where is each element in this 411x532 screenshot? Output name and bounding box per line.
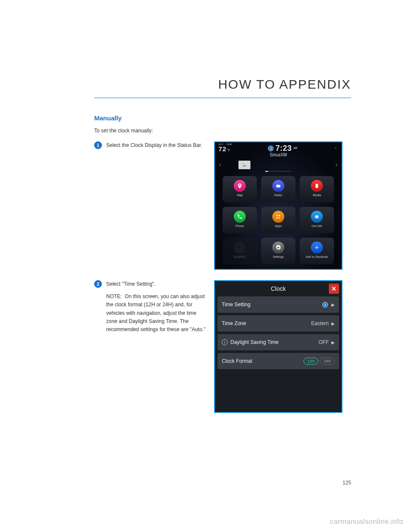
app-car-info-label: Car Info — [312, 224, 322, 228]
settings-list: Time Setting 2 ▶ Time Zone Eastern ▶ i D… — [215, 296, 342, 372]
app-radio[interactable]: Radio — [261, 176, 295, 203]
step-1-text: Select the Clock Display in the Status B… — [106, 141, 202, 270]
app-subaru-label: SUBARU — [233, 255, 246, 259]
watermark: carmanualsonline.info — [330, 517, 403, 526]
app-phone-label: Phone — [235, 224, 244, 228]
info-icon[interactable]: i — [222, 339, 228, 345]
step-2-text: Select "Time Setting". NOTE: On this scr… — [106, 280, 206, 413]
row-clock-format-label: Clock Format — [222, 358, 304, 364]
clock-time: 7:23 — [275, 144, 292, 153]
temp-unit: °F — [226, 149, 230, 152]
callout-2: 2 — [322, 302, 328, 308]
section-title: Manually — [94, 114, 351, 122]
app-radio-label: Radio — [274, 194, 282, 197]
app-apps-label: Apps — [275, 224, 282, 228]
format-24h-pill[interactable]: 24H — [320, 358, 335, 365]
status-bar: OUT. TEMP 72°F 1 7:23 AM — [215, 142, 342, 153]
app-media[interactable]: Media — [300, 176, 334, 203]
now-playing-row[interactable]: ‹ › — [215, 157, 342, 171]
step-2-badge: 2 — [94, 280, 102, 288]
row-time-setting-label: Time Setting — [222, 302, 322, 308]
svg-rect-1 — [276, 185, 280, 188]
row-time-setting[interactable]: Time Setting 2 ▶ — [217, 296, 339, 313]
next-chevron-icon[interactable]: › — [335, 161, 338, 168]
svg-rect-3 — [316, 184, 318, 188]
chevron-right-icon: ▶ — [331, 302, 335, 307]
clock-panel-title: Clock — [271, 285, 286, 292]
row-time-zone-value: Eastern — [311, 320, 329, 326]
radio-icon — [272, 180, 284, 192]
row-dst[interactable]: i Daylight Saving Time OFF ▶ — [217, 334, 339, 350]
apps-icon — [272, 211, 284, 223]
app-map-label: Map — [237, 194, 243, 197]
app-car-info[interactable]: Car Info — [300, 207, 334, 233]
wifi-icon — [333, 146, 338, 151]
app-shortcuts-label: Add to Shortcuts — [306, 255, 328, 259]
row-time-zone[interactable]: Time Zone Eastern ▶ — [217, 315, 339, 332]
album-art-placeholder-icon — [238, 161, 250, 169]
phone-icon — [234, 211, 246, 223]
svg-point-0 — [243, 163, 244, 164]
app-settings-label: Settings — [273, 255, 283, 259]
subaru-icon — [234, 242, 246, 254]
step-2-instruction: Select "Time Setting". — [106, 280, 206, 288]
step-1-badge: 1 — [94, 141, 102, 149]
car-info-icon — [311, 211, 323, 223]
step-1: 1 Select the Clock Display in the Status… — [94, 141, 351, 270]
outside-temp: 72 — [218, 146, 226, 153]
app-settings[interactable]: Settings — [261, 238, 295, 264]
close-icon: ✕ — [331, 285, 337, 292]
svg-line-2 — [277, 184, 279, 185]
gear-icon — [272, 242, 284, 254]
svg-rect-7 — [279, 217, 280, 218]
plus-icon — [311, 242, 323, 254]
audio-source-label: SiriusXM — [215, 152, 342, 157]
chevron-right-icon: ▶ — [331, 340, 335, 345]
out-temp-label: OUT. TEMP — [218, 143, 232, 146]
row-dst-label: Daylight Saving Time — [230, 339, 319, 345]
row-time-zone-label: Time Zone — [222, 320, 311, 326]
home-screen-screenshot: OUT. TEMP 72°F 1 7:23 AM SiriusXM ‹ — [214, 141, 342, 270]
app-grid: Map Radio Media Phone Apps — [215, 173, 342, 264]
chapter-title: HOW TO APPENDIX — [94, 77, 351, 98]
intro-text: To set the clock manually: — [94, 128, 351, 134]
row-dst-value: OFF — [319, 339, 329, 345]
clock-display[interactable]: 1 7:23 AM — [268, 144, 297, 153]
svg-rect-5 — [279, 215, 280, 216]
app-apps[interactable]: Apps — [261, 207, 295, 233]
clock-format-toggle[interactable]: 12H 24H — [304, 358, 335, 365]
svg-rect-4 — [277, 215, 278, 216]
progress-bar[interactable] — [265, 171, 291, 172]
chevron-right-icon: ▶ — [331, 321, 335, 326]
svg-rect-6 — [277, 217, 278, 218]
close-button[interactable]: ✕ — [329, 284, 339, 294]
clock-settings-screenshot: Clock ✕ Time Setting 2 ▶ Time Zone Easte… — [214, 280, 342, 413]
clock-panel-header: Clock ✕ — [215, 281, 342, 296]
row-clock-format: Clock Format 12H 24H — [217, 353, 339, 369]
app-map[interactable]: Map — [223, 176, 257, 203]
page-number: 125 — [342, 480, 351, 486]
map-icon — [234, 180, 246, 192]
step-2: 2 Select "Time Setting". NOTE: On this s… — [94, 280, 351, 413]
app-phone[interactable]: Phone — [223, 207, 257, 233]
media-icon — [311, 180, 323, 192]
note-label: NOTE: — [106, 293, 122, 299]
format-12h-pill[interactable]: 12H — [304, 358, 319, 365]
prev-chevron-icon[interactable]: ‹ — [218, 161, 222, 168]
clock-ampm: AM — [294, 146, 297, 150]
app-add-shortcuts[interactable]: Add to Shortcuts — [300, 238, 334, 264]
app-subaru: SUBARU — [223, 238, 257, 264]
callout-1: 1 — [268, 146, 274, 151]
app-media-label: Media — [313, 194, 321, 197]
